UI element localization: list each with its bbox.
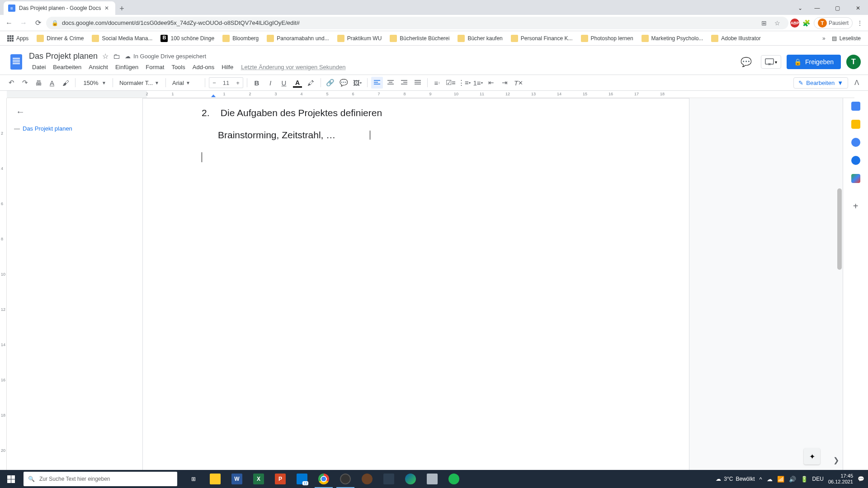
file-explorer-app[interactable]	[204, 470, 226, 488]
browser-tab[interactable]: ≡ Das Projekt planen - Google Docs ✕	[4, 1, 115, 15]
share-button[interactable]: 🔒 Freigeben	[787, 55, 841, 69]
increase-indent-button[interactable]: ⇥	[499, 77, 511, 89]
highlight-button[interactable]: 🖍	[305, 77, 317, 89]
maximize-button[interactable]: ▢	[827, 1, 848, 15]
text-color-button[interactable]: A	[292, 77, 303, 89]
reading-list[interactable]: ▤Leseliste	[828, 33, 864, 43]
insert-image-button[interactable]: 🖼▾	[352, 77, 363, 89]
numbered-list-item[interactable]: 2. Die Aufgaben des Projektes definieren	[202, 108, 630, 118]
taskbar-search[interactable]: 🔍 Zur Suche Text hier eingeben	[24, 472, 177, 486]
mail-app[interactable]: 12	[291, 470, 313, 488]
vertical-scrollbar[interactable]	[835, 188, 843, 414]
contacts-icon[interactable]	[851, 156, 860, 165]
get-addons-icon[interactable]: +	[853, 201, 859, 211]
spotify-app[interactable]	[443, 470, 465, 488]
align-left-button[interactable]	[371, 77, 383, 89]
last-edit-link[interactable]: Letzte Änderung vor wenigen Sekunden	[241, 64, 345, 70]
notepad-app[interactable]	[421, 470, 443, 488]
paragraph-style-dropdown[interactable]: Normaler T...▼	[117, 77, 162, 89]
bookmark-item[interactable]: Bloomberg	[219, 33, 262, 44]
bookmark-item[interactable]: Panoramabahn und...	[263, 33, 332, 44]
paragraph[interactable]: Brainstorming, Zeitstrahl, …	[218, 129, 630, 141]
calendar-icon[interactable]	[851, 102, 860, 111]
battery-icon[interactable]: 🔋	[801, 476, 808, 483]
paint-format-button[interactable]: 🖌	[60, 77, 71, 89]
install-app-icon[interactable]: ⊞	[759, 18, 769, 28]
bookmarks-overflow[interactable]: »	[822, 35, 826, 42]
bookmark-item[interactable]: B100 schöne Dinge	[157, 33, 218, 44]
page-canvas[interactable]: 2. Die Aufgaben des Projektes definieren…	[142, 98, 843, 470]
align-center-button[interactable]	[385, 77, 396, 89]
bookmark-item[interactable]: Photoshop lernen	[577, 33, 637, 44]
extensions-icon[interactable]: 🧩	[801, 18, 812, 28]
powerpoint-app[interactable]: P	[269, 470, 291, 488]
close-window-button[interactable]: ✕	[848, 1, 868, 15]
clock[interactable]: 17:45 06.12.2021	[828, 473, 853, 485]
account-avatar[interactable]: T	[846, 55, 861, 69]
bookmark-item[interactable]: Adobe Illustrator	[708, 33, 764, 44]
bookmark-item[interactable]: Bücher kaufen	[454, 33, 506, 44]
docs-home-button[interactable]	[7, 53, 25, 71]
bookmark-item[interactable]: Praktikum WU	[334, 33, 386, 44]
maps-icon[interactable]	[851, 174, 860, 183]
outline-close-button[interactable]: ←	[14, 105, 27, 118]
collapse-toolbar-button[interactable]: ᐱ	[851, 77, 863, 89]
minimize-button[interactable]: —	[807, 1, 827, 15]
profile-chip[interactable]: T Pausiert	[814, 17, 853, 29]
comments-history-icon[interactable]: 💬	[737, 53, 755, 71]
obs-app[interactable]	[335, 470, 356, 488]
back-button[interactable]: ←	[3, 17, 15, 29]
tab-close-button[interactable]: ✕	[104, 5, 111, 11]
forward-button[interactable]: →	[17, 17, 30, 29]
numbered-list-button[interactable]: 1≡▾	[472, 77, 484, 89]
star-icon[interactable]: ☆	[772, 18, 783, 28]
menu-datei[interactable]: Datei	[29, 62, 49, 72]
spellcheck-button[interactable]: A	[46, 77, 58, 89]
print-button[interactable]: 🖶	[33, 77, 44, 89]
menu-ansicht[interactable]: Ansicht	[85, 62, 111, 72]
start-button[interactable]	[0, 470, 22, 488]
tab-search-icon[interactable]: ⌄	[793, 1, 807, 15]
outline-heading[interactable]: — Das Projekt planen	[10, 123, 139, 134]
edge-app[interactable]	[400, 470, 421, 488]
reload-button[interactable]: ⟳	[32, 17, 44, 29]
italic-button[interactable]: I	[264, 77, 276, 89]
chrome-app[interactable]	[313, 470, 335, 488]
bold-button[interactable]: B	[251, 77, 263, 89]
abp-extension-icon[interactable]: ABP	[790, 19, 799, 28]
insert-comment-button[interactable]: 💬	[338, 77, 350, 89]
scroll-thumb[interactable]	[837, 188, 842, 270]
apps-shortcut[interactable]: Apps	[4, 33, 32, 43]
excel-app[interactable]: X	[248, 470, 269, 488]
notifications-icon[interactable]: 💬	[858, 476, 864, 482]
decrease-font-button[interactable]: −	[209, 78, 219, 88]
move-document-icon[interactable]: 🗀	[113, 52, 120, 61]
present-button[interactable]: ▾	[761, 55, 781, 69]
menu-addons[interactable]: Add-ons	[189, 62, 217, 72]
weather-widget[interactable]: ☁ 3°C Bewölkt	[716, 476, 755, 482]
word-app[interactable]: W	[226, 470, 248, 488]
underline-button[interactable]: U	[278, 77, 290, 89]
volume-icon[interactable]: 🔊	[789, 476, 796, 483]
zoom-dropdown[interactable]: 150%▼	[79, 77, 109, 89]
undo-button[interactable]: ↶	[5, 77, 17, 89]
font-size-input[interactable]: 11	[219, 80, 233, 86]
menu-hilfe[interactable]: Hilfe	[218, 62, 236, 72]
editing-mode-dropdown[interactable]: ✎ Bearbeiten ▼	[793, 77, 848, 89]
decrease-indent-button[interactable]: ⇤	[486, 77, 497, 89]
document-title[interactable]: Das Projekt planen	[29, 52, 98, 61]
wifi-icon[interactable]: 📶	[777, 476, 784, 483]
task-view-button[interactable]: ⊞	[183, 470, 204, 488]
menu-tools[interactable]: Tools	[168, 62, 188, 72]
save-status[interactable]: ☁ In Google Drive gespeichert	[125, 53, 206, 60]
horizontal-ruler[interactable]: 21123456789101112131415161718	[7, 91, 854, 98]
insert-link-button[interactable]: 🔗	[325, 77, 336, 89]
onedrive-icon[interactable]: ☁	[767, 476, 773, 483]
app-7[interactable]	[356, 470, 378, 488]
document-page[interactable]: 2. Die Aufgaben des Projektes definieren…	[142, 98, 689, 470]
new-tab-button[interactable]: +	[115, 2, 128, 15]
line-spacing-button[interactable]: ≡↕	[431, 77, 443, 89]
star-document-icon[interactable]: ☆	[102, 52, 108, 61]
tasks-icon[interactable]	[851, 138, 860, 147]
menu-format[interactable]: Format	[142, 62, 167, 72]
